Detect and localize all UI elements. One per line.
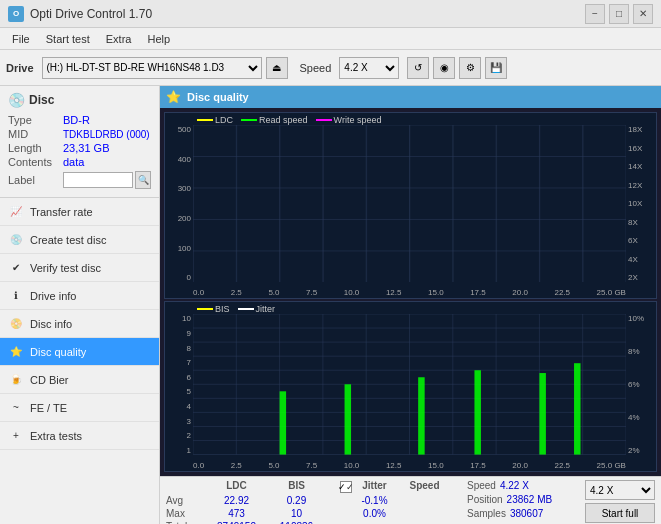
sidebar-item-disc-quality[interactable]: ⭐ Disc quality [0, 338, 159, 366]
charts-area: LDC Read speed Write speed [160, 108, 661, 476]
record-icon[interactable]: ◉ [433, 57, 455, 79]
avg-ldc: 22.92 [204, 495, 269, 506]
chart1-y-500: 500 [178, 125, 191, 134]
chart1-y-200: 200 [178, 214, 191, 223]
create-test-disc-icon: 💿 [8, 232, 24, 248]
titlebar: O Opti Drive Control 1.70 − □ ✕ [0, 0, 661, 28]
app-icon: O [8, 6, 24, 22]
bis-legend-color [197, 308, 213, 310]
sidebar-menu: 📈 Transfer rate 💿 Create test disc ✔ Ver… [0, 198, 159, 524]
jitter-checkbox[interactable]: ✓ [340, 481, 352, 493]
write-speed-legend-label: Write speed [334, 115, 382, 125]
chart2-legend: BIS Jitter [197, 304, 275, 314]
sidebar-item-create-test-disc[interactable]: 💿 Create test disc [0, 226, 159, 254]
app-title: Opti Drive Control 1.70 [30, 7, 152, 21]
chart1-y-labels-left: 500 400 300 200 100 0 [165, 125, 193, 282]
bis-legend-item: BIS [197, 304, 230, 314]
disc-quality-header-icon: ⭐ [166, 90, 181, 104]
label-label: Label [8, 174, 63, 186]
menu-file[interactable]: File [4, 31, 38, 47]
chart1-y-100: 100 [178, 244, 191, 253]
ldc-legend-item: LDC [197, 115, 233, 125]
speed-stat-row: Speed 4.22 X [467, 480, 577, 491]
sidebar-item-drive-info[interactable]: ℹ Drive info [0, 282, 159, 310]
menu-extra[interactable]: Extra [98, 31, 140, 47]
label-edit-button[interactable]: 🔍 [135, 171, 151, 189]
sidebar-item-extra-tests[interactable]: + Extra tests [0, 422, 159, 450]
max-label: Max [166, 508, 204, 519]
samples-label: Samples [467, 508, 506, 519]
disc-title: Disc [29, 93, 54, 107]
bis-legend-label: BIS [215, 304, 230, 314]
minimize-button[interactable]: − [585, 4, 605, 24]
contents-label: Contents [8, 156, 63, 168]
disc-icon: 💿 [8, 92, 25, 108]
mid-value: TDKBLDRBD (000) [63, 129, 150, 140]
sidebar-item-fe-te[interactable]: ~ FE / TE [0, 394, 159, 422]
sidebar-item-label-disc-info: Disc info [30, 318, 72, 330]
sidebar-item-label-create-test-disc: Create test disc [30, 234, 106, 246]
refresh-icon[interactable]: ↺ [407, 57, 429, 79]
speed-select-stats[interactable]: 4.2 X [585, 480, 655, 500]
extra-tests-icon: + [8, 428, 24, 444]
position-label: Position [467, 494, 503, 505]
write-speed-legend-item: Write speed [316, 115, 382, 125]
samples-row: Samples 380607 [467, 508, 577, 519]
maximize-button[interactable]: □ [609, 4, 629, 24]
disc-info-icon: 📀 [8, 316, 24, 332]
verify-test-disc-icon: ✔ [8, 260, 24, 276]
close-button[interactable]: ✕ [633, 4, 653, 24]
label-input[interactable] [63, 172, 133, 188]
sidebar: 💿 Disc Type BD-R MID TDKBLDRBD (000) Len… [0, 86, 160, 524]
speed-stat-value: 4.22 X [500, 480, 529, 491]
start-full-button[interactable]: Start full [585, 503, 655, 523]
eject-button[interactable]: ⏏ [266, 57, 288, 79]
sidebar-item-cd-bier[interactable]: 🍺 CD Bier [0, 366, 159, 394]
sidebar-item-label-cd-bier: CD Bier [30, 374, 69, 386]
bis-header: BIS [269, 480, 324, 493]
menubar: File Start test Extra Help [0, 28, 661, 50]
sidebar-item-transfer-rate[interactable]: 📈 Transfer rate [0, 198, 159, 226]
jitter-legend-color [238, 308, 254, 310]
disc-panel: 💿 Disc Type BD-R MID TDKBLDRBD (000) Len… [0, 86, 159, 198]
speed-select[interactable]: 4.2 X [339, 57, 399, 79]
ldc-chart: LDC Read speed Write speed [164, 112, 657, 299]
chart1-yr-6x: 6X [628, 236, 638, 245]
max-bis: 10 [269, 508, 324, 519]
read-speed-legend-item: Read speed [241, 115, 308, 125]
chart1-yr-12x: 12X [628, 181, 642, 190]
disc-quality-icon: ⭐ [8, 344, 24, 360]
jitter-legend-label: Jitter [256, 304, 276, 314]
contents-value: data [63, 156, 84, 168]
position-value: 23862 MB [507, 494, 553, 505]
chart1-yr-18x: 18X [628, 125, 642, 134]
chart1-y-300: 300 [178, 184, 191, 193]
type-label: Type [8, 114, 63, 126]
toolbar: Drive (H:) HL-DT-ST BD-RE WH16NS48 1.D3 … [0, 50, 661, 86]
stats-table: LDC BIS ✓ Jitter Speed Avg 22.92 0.29 -0… [166, 480, 459, 524]
chart1-y-400: 400 [178, 155, 191, 164]
avg-label: Avg [166, 495, 204, 506]
disc-quality-title: Disc quality [187, 91, 249, 103]
sidebar-item-label-extra-tests: Extra tests [30, 430, 82, 442]
chart2-svg [193, 314, 626, 455]
settings-icon[interactable]: ⚙ [459, 57, 481, 79]
svg-rect-43 [539, 373, 545, 455]
mid-label: MID [8, 128, 63, 140]
sidebar-item-disc-info[interactable]: 📀 Disc info [0, 310, 159, 338]
chart1-x-labels: 0.0 2.5 5.0 7.5 10.0 12.5 15.0 17.5 20.0… [193, 288, 626, 297]
menu-start-test[interactable]: Start test [38, 31, 98, 47]
sidebar-item-verify-test-disc[interactable]: ✔ Verify test disc [0, 254, 159, 282]
save-icon[interactable]: 💾 [485, 57, 507, 79]
chart2-x-labels: 0.0 2.5 5.0 7.5 10.0 12.5 15.0 17.5 20.0… [193, 461, 626, 470]
chart1-svg [193, 125, 626, 282]
main-layout: 💿 Disc Type BD-R MID TDKBLDRBD (000) Len… [0, 86, 661, 524]
chart2-y-labels-right: 10% 8% 6% 4% 2% [626, 314, 656, 455]
drive-select[interactable]: (H:) HL-DT-ST BD-RE WH16NS48 1.D3 [42, 57, 262, 79]
read-speed-legend-label: Read speed [259, 115, 308, 125]
transfer-rate-icon: 📈 [8, 204, 24, 220]
jitter-header: Jitter [352, 480, 397, 493]
menu-help[interactable]: Help [139, 31, 178, 47]
ldc-legend-color [197, 119, 213, 121]
ldc-legend-label: LDC [215, 115, 233, 125]
